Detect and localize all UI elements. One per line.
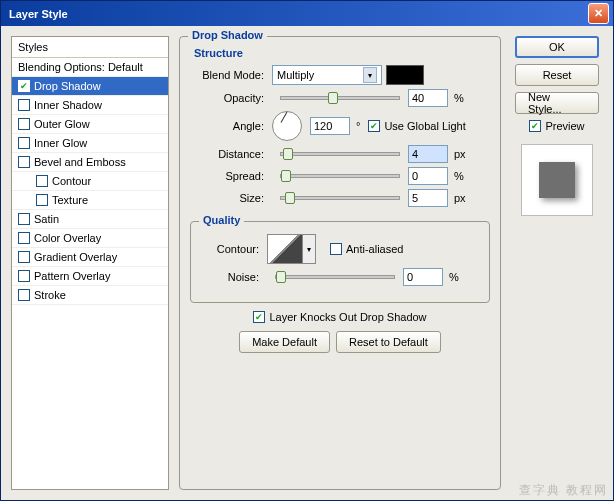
right-column: OK Reset New Style... ✔ Preview — [511, 36, 603, 490]
window-body: Styles Blending Options: Default ✔ Drop … — [1, 26, 613, 500]
blendmode-row: Blend Mode: Multiply ▾ — [190, 65, 490, 85]
checkbox-icon[interactable]: ✔ — [18, 80, 30, 92]
window-title: Layer Style — [5, 8, 588, 20]
angle-label: Angle: — [190, 120, 272, 132]
watermark-text: 查字典 教程网 — [519, 482, 608, 499]
titlebar: Layer Style ✕ — [1, 1, 613, 26]
reset-default-button[interactable]: Reset to Default — [336, 331, 441, 353]
distance-unit: px — [454, 148, 466, 160]
opacity-label: Opacity: — [190, 92, 272, 104]
sidebar-header[interactable]: Styles — [12, 37, 168, 58]
checkbox-icon[interactable] — [18, 137, 30, 149]
spread-label: Spread: — [190, 170, 272, 182]
noise-slider[interactable] — [275, 275, 395, 279]
reset-button[interactable]: Reset — [515, 64, 599, 86]
global-light-checkbox[interactable]: ✔ Use Global Light — [368, 120, 465, 132]
distance-slider[interactable] — [280, 152, 400, 156]
contour-picker[interactable]: ▾ — [267, 234, 316, 264]
spread-row: Spread: 0 % — [190, 167, 490, 185]
opacity-input[interactable]: 40 — [408, 89, 448, 107]
checkbox-icon: ✔ — [529, 120, 541, 132]
preview-swatch — [539, 162, 575, 198]
preview-box — [521, 144, 593, 216]
distance-label: Distance: — [190, 148, 272, 160]
angle-dial[interactable] — [272, 111, 302, 141]
drop-shadow-fieldset: Drop Shadow Structure Blend Mode: Multip… — [179, 36, 501, 490]
styles-sidebar: Styles Blending Options: Default ✔ Drop … — [11, 36, 169, 490]
sidebar-item-gradient-overlay[interactable]: Gradient Overlay — [12, 248, 168, 267]
noise-row: Noise: 0 % — [201, 268, 479, 286]
checkbox-icon[interactable] — [18, 232, 30, 244]
checkbox-icon[interactable] — [18, 270, 30, 282]
distance-input[interactable]: 4 — [408, 145, 448, 163]
shadow-color-swatch[interactable] — [386, 65, 424, 85]
checkbox-icon[interactable] — [18, 156, 30, 168]
checkbox-icon: ✔ — [253, 311, 265, 323]
quality-legend: Quality — [199, 214, 244, 226]
checkbox-icon[interactable] — [18, 118, 30, 130]
spread-input[interactable]: 0 — [408, 167, 448, 185]
sidebar-item-bevel-emboss[interactable]: Bevel and Emboss — [12, 153, 168, 172]
angle-input[interactable]: 120 — [310, 117, 350, 135]
sidebar-item-drop-shadow[interactable]: ✔ Drop Shadow — [12, 77, 168, 96]
spread-unit: % — [454, 170, 464, 182]
sidebar-item-outer-glow[interactable]: Outer Glow — [12, 115, 168, 134]
opacity-unit: % — [454, 92, 464, 104]
sidebar-blending-options[interactable]: Blending Options: Default — [12, 58, 168, 77]
sidebar-item-texture[interactable]: Texture — [12, 191, 168, 210]
ok-button[interactable]: OK — [515, 36, 599, 58]
sidebar-item-inner-shadow[interactable]: Inner Shadow — [12, 96, 168, 115]
checkbox-icon[interactable] — [36, 175, 48, 187]
make-default-button[interactable]: Make Default — [239, 331, 330, 353]
size-input[interactable]: 5 — [408, 189, 448, 207]
blendmode-select[interactable]: Multiply ▾ — [272, 65, 382, 85]
size-unit: px — [454, 192, 466, 204]
quality-fieldset: Quality Contour: ▾ Anti-aliased — [190, 221, 490, 303]
knockout-checkbox[interactable]: ✔ Layer Knocks Out Drop Shadow — [253, 311, 426, 323]
angle-row: Angle: 120 ° ✔ Use Global Light — [190, 111, 490, 141]
size-slider[interactable] — [280, 196, 400, 200]
main-panel: Drop Shadow Structure Blend Mode: Multip… — [179, 36, 501, 490]
distance-row: Distance: 4 px — [190, 145, 490, 163]
sidebar-item-inner-glow[interactable]: Inner Glow — [12, 134, 168, 153]
checkbox-icon[interactable] — [18, 251, 30, 263]
chevron-down-icon: ▾ — [363, 67, 377, 83]
close-icon: ✕ — [594, 7, 603, 20]
contour-row: Contour: ▾ Anti-aliased — [201, 234, 479, 264]
checkbox-icon: ✔ — [368, 120, 380, 132]
contour-label: Contour: — [201, 243, 267, 255]
checkbox-icon[interactable] — [36, 194, 48, 206]
checkbox-icon[interactable] — [18, 289, 30, 301]
antialiased-checkbox[interactable]: Anti-aliased — [330, 243, 403, 255]
angle-unit: ° — [356, 120, 360, 132]
structure-legend: Structure — [194, 47, 490, 59]
blendmode-label: Blend Mode: — [190, 69, 272, 81]
preview-checkbox[interactable]: ✔ Preview — [529, 120, 584, 132]
spread-slider[interactable] — [280, 174, 400, 178]
new-style-button[interactable]: New Style... — [515, 92, 599, 114]
sidebar-item-contour[interactable]: Contour — [12, 172, 168, 191]
sidebar-item-color-overlay[interactable]: Color Overlay — [12, 229, 168, 248]
noise-input[interactable]: 0 — [403, 268, 443, 286]
sidebar-item-satin[interactable]: Satin — [12, 210, 168, 229]
chevron-down-icon: ▾ — [303, 234, 316, 264]
sidebar-item-pattern-overlay[interactable]: Pattern Overlay — [12, 267, 168, 286]
size-row: Size: 5 px — [190, 189, 490, 207]
checkbox-icon[interactable] — [18, 99, 30, 111]
close-button[interactable]: ✕ — [588, 3, 609, 24]
noise-unit: % — [449, 271, 459, 283]
default-buttons-row: Make Default Reset to Default — [190, 331, 490, 353]
contour-swatch-icon — [267, 234, 303, 264]
sidebar-item-stroke[interactable]: Stroke — [12, 286, 168, 305]
main-legend: Drop Shadow — [188, 29, 267, 41]
checkbox-icon[interactable] — [18, 213, 30, 225]
layer-style-window: Layer Style ✕ Styles Blending Options: D… — [0, 0, 614, 501]
checkbox-icon — [330, 243, 342, 255]
opacity-row: Opacity: 40 % — [190, 89, 490, 107]
size-label: Size: — [190, 192, 272, 204]
knockout-row: ✔ Layer Knocks Out Drop Shadow — [190, 311, 490, 323]
noise-label: Noise: — [201, 271, 267, 283]
opacity-slider[interactable] — [280, 96, 400, 100]
